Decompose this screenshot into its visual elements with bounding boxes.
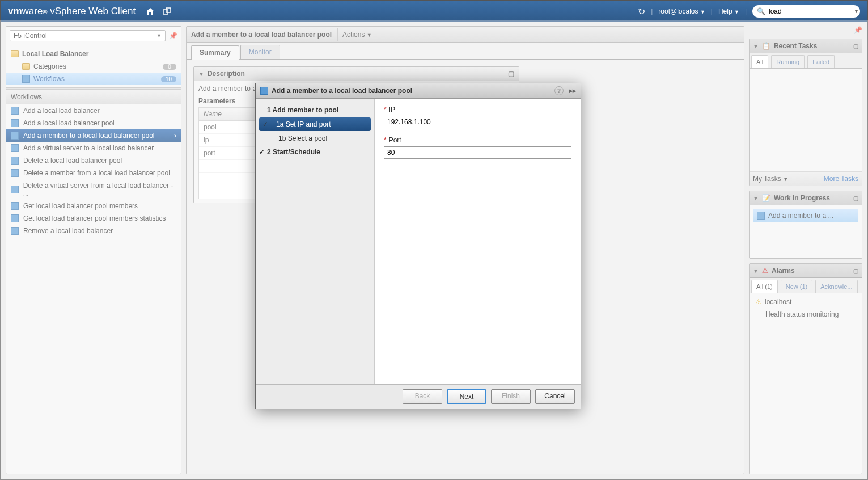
help-icon[interactable]: ? — [554, 86, 564, 95]
next-button[interactable]: Next — [447, 389, 486, 404]
expand-icon[interactable]: ▸▸ — [569, 87, 576, 95]
user-menu[interactable]: root@localos ▼ — [658, 7, 705, 15]
link-icon[interactable] — [163, 7, 172, 15]
port-input[interactable] — [384, 146, 571, 159]
back-button: Back — [403, 389, 442, 404]
home-icon[interactable] — [146, 7, 155, 15]
wiz-step-1b[interactable]: 1b Select a pool — [256, 132, 374, 145]
search-input[interactable]: 🔍 ▼ — [752, 5, 860, 18]
wiz-step-1a[interactable]: 1a Set IP and port — [259, 117, 371, 131]
refresh-icon[interactable]: ↻ — [638, 6, 645, 17]
search-field[interactable] — [769, 7, 854, 15]
cancel-button[interactable]: Cancel — [535, 389, 575, 404]
wiz-step-1[interactable]: 1 Add member to pool — [256, 103, 374, 117]
app-logo: vmware® vSphere Web Client — [8, 6, 136, 17]
wizard-dialog: Add a member to a local load balancer po… — [255, 83, 581, 409]
dialog-title: Add a member to a local load balancer po… — [272, 87, 412, 95]
svg-rect-0 — [163, 10, 168, 14]
wiz-step-2[interactable]: 2 Start/Schedule — [256, 145, 374, 159]
workflow-icon — [260, 87, 268, 95]
help-menu[interactable]: Help ▼ — [718, 7, 739, 15]
port-label: *Port — [384, 136, 571, 144]
search-icon: 🔍 — [757, 7, 765, 15]
ip-input[interactable] — [384, 116, 571, 128]
svg-rect-1 — [166, 8, 171, 12]
ip-label: *IP — [384, 106, 571, 113]
search-dropdown-icon[interactable]: ▼ — [854, 9, 859, 14]
finish-button: Finish — [491, 389, 531, 404]
